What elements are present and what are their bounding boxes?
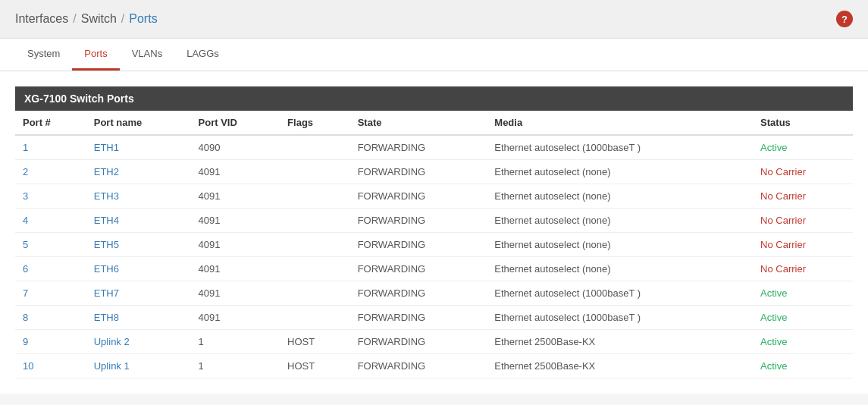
cell-state: FORWARDING xyxy=(350,354,487,378)
cell-flags xyxy=(280,184,350,209)
cell-port-name: ETH3 xyxy=(86,184,191,209)
cell-port-num: 2 xyxy=(15,160,86,184)
cell-port-num: 4 xyxy=(15,209,86,233)
cell-state: FORWARDING xyxy=(350,184,487,209)
table-row[interactable]: 10 Uplink 1 1 HOST FORWARDING Ethernet 2… xyxy=(15,354,853,378)
table-row[interactable]: 6 ETH6 4091 FORWARDING Ethernet autosele… xyxy=(15,257,853,281)
col-media: Media xyxy=(487,111,753,135)
cell-state: FORWARDING xyxy=(350,257,487,281)
breadcrumb-sep-1: / xyxy=(73,12,76,26)
tab-laggs[interactable]: LAGGs xyxy=(174,39,231,71)
cell-status: No Carrier xyxy=(753,257,853,281)
cell-port-num: 3 xyxy=(15,184,86,209)
col-flags: Flags xyxy=(280,111,350,135)
table-row[interactable]: 1 ETH1 4090 FORWARDING Ethernet autosele… xyxy=(15,135,853,160)
cell-state: FORWARDING xyxy=(350,233,487,257)
cell-flags xyxy=(280,281,350,306)
cell-media: Ethernet autoselect (none) xyxy=(487,233,753,257)
cell-port-name: ETH7 xyxy=(86,281,191,306)
col-port-name: Port name xyxy=(86,111,191,135)
cell-status: No Carrier xyxy=(753,209,853,233)
col-state: State xyxy=(350,111,487,135)
cell-port-vid: 1 xyxy=(191,354,280,378)
table-row[interactable]: 5 ETH5 4091 FORWARDING Ethernet autosele… xyxy=(15,233,853,257)
table-row[interactable]: 9 Uplink 2 1 HOST FORWARDING Ethernet 25… xyxy=(15,330,853,354)
table-row[interactable]: 2 ETH2 4091 FORWARDING Ethernet autosele… xyxy=(15,160,853,184)
cell-media: Ethernet autoselect (1000baseT ) xyxy=(487,306,753,330)
cell-port-name: ETH5 xyxy=(86,233,191,257)
cell-port-vid: 1 xyxy=(191,330,280,354)
table-row[interactable]: 4 ETH4 4091 FORWARDING Ethernet autosele… xyxy=(15,209,853,233)
cell-media: Ethernet 2500Base-KX xyxy=(487,330,753,354)
cell-state: FORWARDING xyxy=(350,209,487,233)
cell-port-name: ETH2 xyxy=(86,160,191,184)
table-row[interactable]: 7 ETH7 4091 FORWARDING Ethernet autosele… xyxy=(15,281,853,306)
col-port-num: Port # xyxy=(15,111,86,135)
cell-status: No Carrier xyxy=(753,160,853,184)
cell-flags: HOST xyxy=(280,330,350,354)
table-row[interactable]: 8 ETH8 4091 FORWARDING Ethernet autosele… xyxy=(15,306,853,330)
cell-media: Ethernet autoselect (none) xyxy=(487,160,753,184)
cell-port-name: ETH6 xyxy=(86,257,191,281)
breadcrumb-switch[interactable]: Switch xyxy=(81,12,117,26)
cell-flags xyxy=(280,209,350,233)
cell-status: Active xyxy=(753,135,853,160)
cell-port-num: 8 xyxy=(15,306,86,330)
cell-flags xyxy=(280,257,350,281)
cell-port-vid: 4091 xyxy=(191,257,280,281)
cell-flags: HOST xyxy=(280,354,350,378)
cell-status: Active xyxy=(753,281,853,306)
cell-port-num: 6 xyxy=(15,257,86,281)
cell-port-name: ETH1 xyxy=(86,135,191,160)
tab-system[interactable]: System xyxy=(15,39,72,71)
cell-port-num: 10 xyxy=(15,354,86,378)
cell-flags xyxy=(280,306,350,330)
cell-status: No Carrier xyxy=(753,184,853,209)
main-content: XG-7100 Switch Ports Port # Port name Po… xyxy=(0,71,868,394)
cell-flags xyxy=(280,233,350,257)
cell-flags xyxy=(280,135,350,160)
cell-state: FORWARDING xyxy=(350,135,487,160)
cell-media: Ethernet autoselect (none) xyxy=(487,209,753,233)
cell-port-vid: 4091 xyxy=(191,160,280,184)
cell-port-name: ETH8 xyxy=(86,306,191,330)
cell-state: FORWARDING xyxy=(350,306,487,330)
col-port-vid: Port VID xyxy=(191,111,280,135)
cell-media: Ethernet 2500Base-KX xyxy=(487,354,753,378)
cell-port-name: Uplink 1 xyxy=(86,354,191,378)
cell-media: Ethernet autoselect (none) xyxy=(487,257,753,281)
table-header-row: Port # Port name Port VID Flags State Me… xyxy=(15,111,853,135)
cell-state: FORWARDING xyxy=(350,160,487,184)
cell-status: No Carrier xyxy=(753,233,853,257)
cell-media: Ethernet autoselect (1000baseT ) xyxy=(487,281,753,306)
cell-port-vid: 4091 xyxy=(191,281,280,306)
breadcrumb-interfaces[interactable]: Interfaces xyxy=(15,12,68,26)
breadcrumb-ports: Ports xyxy=(129,12,157,26)
cell-port-vid: 4091 xyxy=(191,233,280,257)
cell-port-vid: 4090 xyxy=(191,135,280,160)
cell-port-vid: 4091 xyxy=(191,306,280,330)
cell-status: Active xyxy=(753,330,853,354)
cell-status: Active xyxy=(753,354,853,378)
cell-flags xyxy=(280,160,350,184)
cell-port-name: Uplink 2 xyxy=(86,330,191,354)
cell-media: Ethernet autoselect (none) xyxy=(487,184,753,209)
tabs-container: System Ports VLANs LAGGs xyxy=(0,39,868,71)
cell-port-num: 5 xyxy=(15,233,86,257)
ports-table: Port # Port name Port VID Flags State Me… xyxy=(15,111,853,378)
help-icon[interactable]: ? xyxy=(836,11,853,27)
header: Interfaces / Switch / Ports ? xyxy=(0,0,868,39)
breadcrumb: Interfaces / Switch / Ports xyxy=(15,12,158,26)
cell-status: Active xyxy=(753,306,853,330)
breadcrumb-sep-2: / xyxy=(121,12,124,26)
cell-port-num: 9 xyxy=(15,330,86,354)
cell-media: Ethernet autoselect (1000baseT ) xyxy=(487,135,753,160)
cell-port-vid: 4091 xyxy=(191,184,280,209)
cell-port-vid: 4091 xyxy=(191,209,280,233)
cell-port-name: ETH4 xyxy=(86,209,191,233)
tab-vlans[interactable]: VLANs xyxy=(120,39,174,71)
table-row[interactable]: 3 ETH3 4091 FORWARDING Ethernet autosele… xyxy=(15,184,853,209)
tab-ports[interactable]: Ports xyxy=(72,39,119,71)
col-status: Status xyxy=(753,111,853,135)
cell-port-num: 7 xyxy=(15,281,86,306)
